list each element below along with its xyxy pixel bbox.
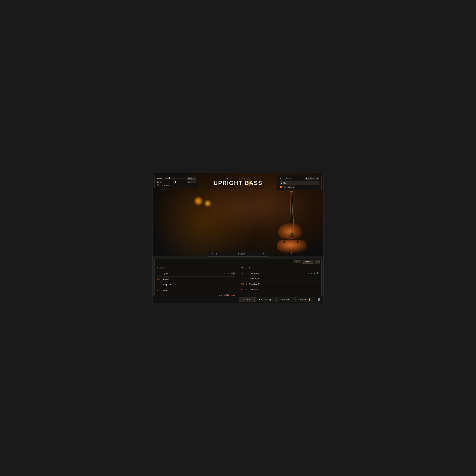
melody-technique-muted: Muted <box>163 278 236 280</box>
wrench-icon: 🔧 <box>316 261 319 263</box>
fret-pos-label: Fret Pos <box>223 272 230 274</box>
melody-row-cs1[interactable]: C#1 Muted <box>157 276 236 282</box>
panel-columns: MELODY C1 Open Fret Pos 0 C#1 Muted D1 F… <box>154 265 322 299</box>
melody-section-title: MELODY <box>157 267 236 269</box>
refresh-icon: ↻ <box>311 261 312 263</box>
preset-icon-group: 💾 ⊘ ◄ ► <box>305 177 319 180</box>
pattern-row-f1[interactable]: F1 2 The Spy B <box>241 276 319 281</box>
top-right-panel: Sound Preset 💾 ⊘ ◄ ► Default Link to Son… <box>277 175 322 190</box>
key-label: E1 <box>295 261 297 263</box>
song-prev-button[interactable]: ◄ <box>211 253 213 255</box>
melody-technique-bow: Bow <box>163 289 236 291</box>
bend-slider-fill <box>165 182 176 182</box>
tab-bass-settings[interactable]: Bass Settings <box>255 297 276 302</box>
bend-control-row: Bend All <box>157 181 196 183</box>
pattern-note-g1: G1 <box>241 289 246 291</box>
vibrato-control-row: Vibrato Med <box>157 177 196 180</box>
vibrato-label: Vibrato <box>157 177 164 179</box>
pattern-row-g1[interactable]: G1 4 The Spy D <box>241 287 319 292</box>
pattern-row-e1[interactable]: E1 1 The Spy A ✛ ◄ ► 🔍 <box>241 271 319 276</box>
tab-patterns[interactable]: Patterns <box>239 297 255 302</box>
song-selector: ◄ 1 The Spy ► <box>208 251 268 256</box>
link-to-song-dot[interactable] <box>280 186 282 188</box>
sound-preset-label: Sound Preset <box>280 177 291 179</box>
hero-title: SESSION BASSIST UPRIGHT BASS <box>214 178 262 187</box>
pattern-row-fs1[interactable]: F#1 3 The Spy C <box>241 281 319 287</box>
bokeh-light-1 <box>194 196 203 206</box>
top-left-panel: Vibrato Med Bend All Octave down <box>154 175 199 188</box>
melody-row-c1[interactable]: C1 Open Fret Pos 0 <box>157 271 236 276</box>
pattern-num-1: 1 <box>246 272 249 274</box>
pattern-name-spy-d: The Spy D <box>249 288 319 291</box>
vibrato-slider-thumb <box>169 177 170 179</box>
tab-amps-fx[interactable]: Amps & FX <box>276 297 295 302</box>
song-number: 1 <box>216 253 217 255</box>
melody-row-d1[interactable]: D1 Flageolet <box>157 282 236 287</box>
bottom-nav: ? Patterns Bass Settings Amps & FX Playb… <box>153 296 323 303</box>
move-icon[interactable]: ✛ <box>308 272 310 274</box>
melody-panel: MELODY C1 Open Fret Pos 0 C#1 Muted D1 F… <box>154 265 238 299</box>
bottom-panel: E1 ► Phrase ↻ 🔧 MELODY C1 Open Fret Pos … <box>154 259 322 296</box>
mixer-icon[interactable]: ▐▌ <box>317 298 321 301</box>
octave-down-checkbox[interactable] <box>157 184 159 186</box>
key-badge[interactable]: E1 ► <box>293 260 301 263</box>
pattern-next-icon[interactable]: ► <box>314 272 316 274</box>
sound-preset-row: Sound Preset 💾 ⊘ ◄ ► <box>280 177 319 180</box>
pattern-num-3: 3 <box>246 283 249 285</box>
nav-tabs: Patterns Bass Settings Amps & FX Playbac… <box>239 297 315 302</box>
octave-down-row: Octave down <box>157 184 196 186</box>
phrase-label: Phrase <box>304 261 310 263</box>
bend-select[interactable]: All <box>187 181 196 183</box>
app-container: SESSION BASSIST UPRIGHT BASS Vibrato Med… <box>152 173 324 303</box>
melody-note-cs1: C#1 <box>157 278 163 280</box>
link-to-song-label: Link to Song <box>283 186 294 188</box>
bend-slider-track[interactable] <box>165 182 186 182</box>
pattern-name-spy-b: The Spy B <box>249 277 319 280</box>
pattern-controls-1: ✛ ◄ ► 🔍 <box>308 272 319 274</box>
session-label: SESSION BASSIST <box>214 178 262 180</box>
bend-slider-thumb <box>175 181 176 183</box>
zoom-icon[interactable]: 🔍 <box>317 272 319 274</box>
octave-down-label: Octave down <box>160 184 170 186</box>
vibrato-slider-track[interactable] <box>165 178 186 178</box>
svg-rect-5 <box>290 191 293 191</box>
vibrato-select[interactable]: Med <box>187 177 196 180</box>
phrase-button[interactable]: Phrase ↻ <box>302 260 314 264</box>
pattern-num-4: 4 <box>246 289 249 291</box>
wrench-button[interactable]: 🔧 <box>315 260 320 264</box>
song-name: The Spy <box>220 252 260 255</box>
preset-dropdown[interactable]: Default <box>280 181 319 185</box>
pattern-panel: PATTERN E1 1 The Spy A ✛ ◄ ► 🔍 F1 2 The … <box>238 265 322 299</box>
preset-value: Default <box>281 182 287 184</box>
pattern-num-2: 2 <box>246 278 249 280</box>
song-next-button[interactable]: ► <box>263 253 265 255</box>
preset-next-button[interactable]: ► <box>316 177 319 180</box>
panel-top-bar: E1 ► Phrase ↻ 🔧 <box>154 259 322 265</box>
pattern-note-fs1: F#1 <box>241 283 246 285</box>
bass-instrument-image <box>266 179 317 254</box>
playback-lock-icon: 🔒 <box>308 298 311 301</box>
help-button[interactable]: ? <box>155 298 156 301</box>
bend-label: Bend <box>157 181 164 183</box>
bokeh-light-2 <box>204 200 212 207</box>
melody-note-d1: D1 <box>157 284 163 286</box>
preset-save-button[interactable]: 💾 <box>305 177 308 180</box>
pattern-note-f1: F1 <box>241 278 246 280</box>
pattern-name-spy-a: The Spy A <box>249 272 308 274</box>
melody-note-ds1: D#1 <box>157 289 163 291</box>
pattern-prev-icon[interactable]: ◄ <box>311 272 313 274</box>
key-arrow-icon: ► <box>298 261 299 263</box>
melody-note-c1: C1 <box>157 272 163 275</box>
product-name: UPRIGHT BASS <box>214 180 262 187</box>
link-to-song-row: Link to Song <box>280 186 319 188</box>
svg-rect-10 <box>291 252 292 254</box>
melody-row-ds1[interactable]: D#1 Bow <box>157 287 236 293</box>
pattern-note-e1: E1 <box>241 272 246 274</box>
tab-playback[interactable]: Playback 🔒 <box>295 297 315 302</box>
preset-clear-button[interactable]: ⊘ <box>308 177 312 180</box>
melody-technique-open: Open <box>163 272 223 275</box>
fret-pos-input[interactable]: 0 <box>231 272 236 275</box>
preset-prev-button[interactable]: ◄ <box>312 177 315 180</box>
melody-technique-flageolet: Flageolet <box>163 283 236 286</box>
pattern-name-spy-c: The Spy C <box>249 283 319 285</box>
